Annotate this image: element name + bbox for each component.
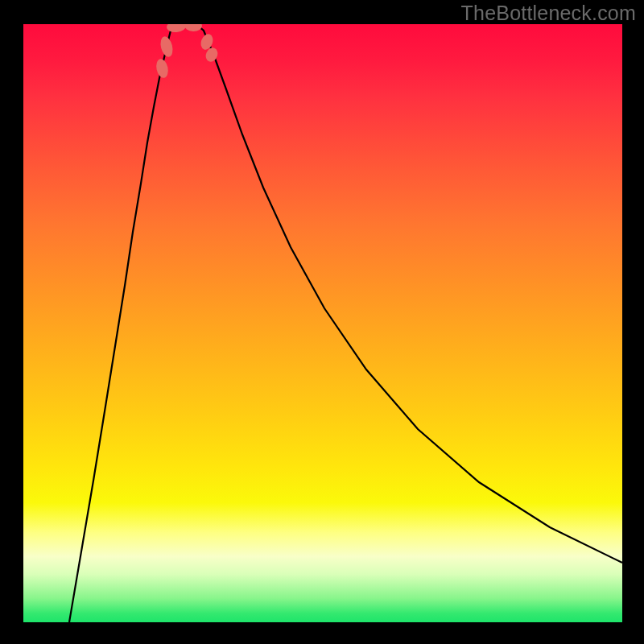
watermark-text: TheBottleneck.com [461, 2, 636, 25]
bottleneck-curve [69, 25, 622, 622]
bottom-marker-left [166, 24, 186, 33]
chart-frame: TheBottleneck.com [0, 0, 644, 644]
left-marker-upper [155, 58, 170, 79]
left-marker-lower [159, 35, 175, 59]
bottom-marker-right [184, 24, 203, 32]
plot-area [23, 24, 622, 622]
curve-svg [23, 24, 622, 622]
markers-group [155, 24, 220, 79]
